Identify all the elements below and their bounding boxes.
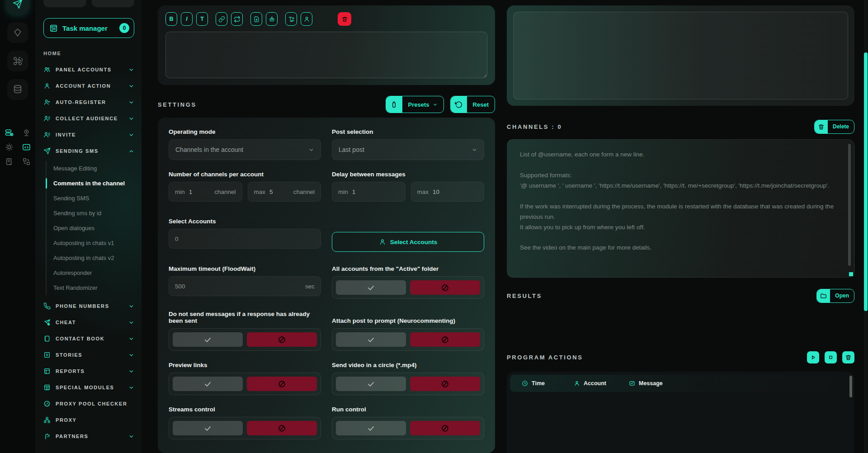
channels-min-input[interactable]: min 1 channel [169,182,242,202]
submenu-item-autoresponder[interactable]: Autoresponder [47,265,134,280]
sidebar-item-sending-sms[interactable]: SENDING SMS [43,143,134,159]
sidebar-item-contact-book[interactable]: CONTACT BOOK [43,330,134,347]
timeout-input[interactable]: 500 sec [169,276,321,296]
sidebar-item-collect-audience[interactable]: COLLECT AUDIENCE [43,110,134,127]
toggle-preview-links[interactable] [169,373,321,395]
bold-button[interactable]: B [165,12,177,26]
sidebar-item-account-action[interactable]: ACCOUNT ACTION [43,78,134,94]
sidebar-item-cheat[interactable]: CHEAT [43,314,134,330]
server-check-icon[interactable] [4,128,14,137]
no-entry-icon [441,380,449,388]
toggle-video-circle[interactable] [332,373,484,395]
sidebar-item-label: INVITE [56,132,76,137]
submenu-item-sending-sms[interactable]: Sending SMS [47,191,134,206]
mention-user-button[interactable] [301,12,312,26]
clear-log-button[interactable] [842,351,854,363]
toggle-no-segment[interactable] [410,332,480,347]
accounts-count-input[interactable]: 0 [169,229,321,249]
rail-diamond-button[interactable] [7,22,28,43]
toggle-no-resend[interactable] [169,328,321,351]
toggle-yes-segment[interactable] [336,332,406,347]
text-button[interactable]: T [196,12,208,26]
submenu-item-text-randomizer[interactable]: Text Randomizer [47,280,134,295]
toggle-yes-segment[interactable] [336,280,406,295]
toggle-yes-segment[interactable] [173,332,243,347]
submenu-item-autoposting-v2[interactable]: Autoposting in chats v2 [47,250,134,265]
sidebar-item-panel-accounts[interactable]: PANEL ACCOUNTS [43,61,134,78]
sidebar-item-stories[interactable]: STORIES [43,347,134,363]
submenu-item-autoposting-v1[interactable]: Autoposting in chats v1 [47,236,134,250]
column-account[interactable]: Account [574,380,629,387]
delay-max-input[interactable]: max 10 [411,182,485,202]
post-selection-select[interactable]: Last post [332,139,484,160]
open-results-button[interactable]: Open [816,289,854,303]
rail-send-button[interactable] [7,0,28,14]
wait-tab[interactable]: wait [43,0,86,7]
resize-handle[interactable] [849,272,853,276]
italic-button[interactable]: I [181,12,193,26]
table-scrollbar[interactable] [849,376,852,397]
channels-textarea[interactable] [507,139,854,278]
presets-button[interactable]: Presets [386,96,444,113]
toggle-no-segment[interactable] [410,421,480,435]
toggle-attach-post[interactable] [332,328,484,351]
clipboard-check-icon[interactable] [4,157,14,166]
submenu-item-message-editing[interactable]: Message Editing [47,161,134,176]
channels-scrollbar[interactable] [848,144,851,266]
sidebar-item-invite[interactable]: INVITE [43,127,134,143]
qr-transfer-icon[interactable] [21,157,31,166]
toggle-run-control[interactable] [332,417,484,439]
toggle-no-segment[interactable] [247,332,317,347]
sidebar-item-proxy[interactable]: PROXY [43,412,134,428]
sidebar-item-proxy-pool-checker[interactable]: PROXY POOL CHECKER [43,396,134,412]
reset-button[interactable]: Reset [450,96,495,113]
toggle-no-segment[interactable] [410,280,480,295]
sidebar-item-home[interactable]: HOME [43,45,134,61]
code-window-icon[interactable] [21,143,31,151]
channels-max-input[interactable]: max 5 channel [248,182,321,202]
toggle-active-folder[interactable] [332,276,484,299]
done-tab[interactable]: done [92,0,135,7]
toggle-no-segment[interactable] [247,377,317,391]
toggle-yes-segment[interactable] [336,377,406,391]
page-scrollbar[interactable] [864,0,868,453]
submenu-item-comments-in-the-channel[interactable]: Comments in the channel [47,176,134,191]
rail-database-button[interactable] [7,79,28,100]
toggle-yes-segment[interactable] [173,377,243,391]
select-accounts-button[interactable]: Select Accounts [332,232,484,252]
column-time[interactable]: Time [522,380,574,387]
sidebar-item-partners[interactable]: PARTNERS [43,428,134,444]
sidebar-item-special-modules[interactable]: SPECIAL MODULES [43,379,134,396]
text-template-button[interactable] [285,12,297,26]
link-button[interactable] [216,12,227,26]
database-icon [13,85,23,94]
task-manager-button[interactable]: Task manager 0 [43,18,134,38]
file-import-button[interactable] [250,12,262,26]
clear-message-button[interactable] [338,12,351,26]
page-scrollbar-thumb[interactable] [864,52,868,311]
gear-icon[interactable] [4,143,14,151]
sidebar-item-phone-numbers[interactable]: PHONE NUMBERS [43,298,134,314]
start-button[interactable] [807,351,819,363]
toggle-streams-control[interactable] [169,417,321,439]
submenu-item-sending-sms-by-id[interactable]: Sending sms by id [47,206,134,221]
chevron-down-icon [128,336,134,342]
preview-box[interactable] [513,12,848,99]
repeat-button[interactable] [231,12,243,26]
robot-button[interactable] [266,12,278,26]
toggle-yes-segment[interactable] [173,421,243,435]
stop-button[interactable] [825,351,837,363]
sidebar-item-auto-register[interactable]: AUTO-REGISTER [43,94,134,110]
webcam-icon[interactable] [21,128,31,137]
delay-min-input[interactable]: min 1 [332,182,406,202]
column-message[interactable]: Message [629,380,663,387]
toggle-yes-segment[interactable] [336,421,406,435]
message-editor-textarea[interactable] [165,32,487,78]
submenu-item-open-dialogues[interactable]: Open dialogues [47,221,134,236]
toggle-no-segment[interactable] [410,377,480,391]
delete-channels-button[interactable]: Delete [814,120,854,134]
rail-command-button[interactable] [7,51,28,71]
operating-mode-select[interactable]: Channels in the account [169,139,321,160]
toggle-no-segment[interactable] [247,421,317,435]
sidebar-item-reports[interactable]: REPORTS [43,363,134,379]
